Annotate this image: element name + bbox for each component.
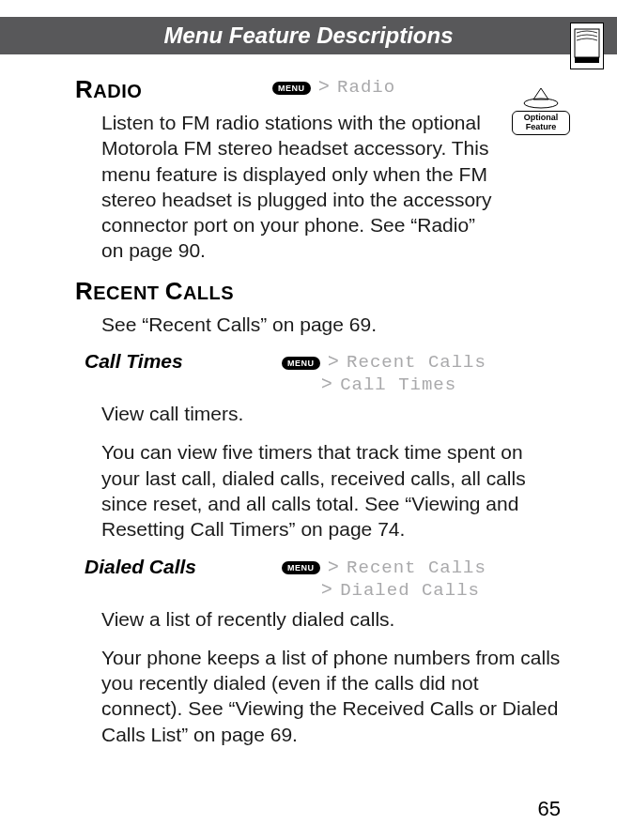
radio-heading-initial: R [75,75,93,103]
call-times-header: Call Times MENU > Recent Calls > Call Ti… [75,350,561,395]
recent-calls-rest: ECENT [93,283,164,303]
recent-calls-body: See “Recent Calls” on page 69. [101,312,561,337]
recent-calls-initial2: C [165,277,183,305]
chevron-right-icon: > [328,556,339,576]
optional-line1: Optional [524,113,559,122]
radio-breadcrumb: Radio [337,77,395,98]
book-icon [570,23,604,69]
page-header: Menu Feature Descriptions [0,17,617,54]
svg-rect-1 [575,57,599,63]
optional-line2: Feature [526,122,557,131]
call-times-title: Call Times [85,350,183,372]
optional-feature-badge: Optional Feature [512,86,570,135]
dialed-calls-crumb2: Dialed Calls [340,580,480,601]
chevron-right-icon: > [318,75,330,96]
call-times-body2: You can view five timers that track time… [101,439,561,542]
svg-rect-0 [575,29,599,57]
chevron-right-icon: > [321,578,332,599]
dialed-calls-title: Dialed Calls [85,556,196,577]
recent-calls-initial: R [75,277,93,305]
page-title: Menu Feature Descriptions [163,23,453,48]
page-number: 65 [538,797,561,821]
call-times-crumb1: Recent Calls [347,352,486,373]
dialed-calls-crumb1: Recent Calls [347,557,486,578]
menu-button-icon: MENU [282,357,320,370]
call-times-crumb2: Call Times [340,374,456,395]
radio-heading-rest: ADIO [93,81,142,101]
page-content: RADIO MENU > Radio Listen to FM radio st… [0,54,617,747]
chevron-right-icon: > [321,373,332,393]
radio-body: Listen to FM radio stations with the opt… [101,110,561,264]
dialed-calls-body2: Your phone keeps a list of phone numbers… [101,645,561,747]
call-times-body1: View call timers. [101,401,561,426]
dialed-calls-header: Dialed Calls MENU > Recent Calls > Diale… [75,556,561,601]
menu-button-icon: MENU [272,82,311,95]
recent-calls-heading: RECENT CALLS [75,277,561,306]
menu-button-icon: MENU [282,561,320,574]
chevron-right-icon: > [328,350,339,371]
dialed-calls-body1: View a list of recently dialed calls. [101,606,561,632]
radio-section-header: RADIO MENU > Radio [75,75,561,104]
recent-calls-rest2: ALLS [183,283,234,303]
